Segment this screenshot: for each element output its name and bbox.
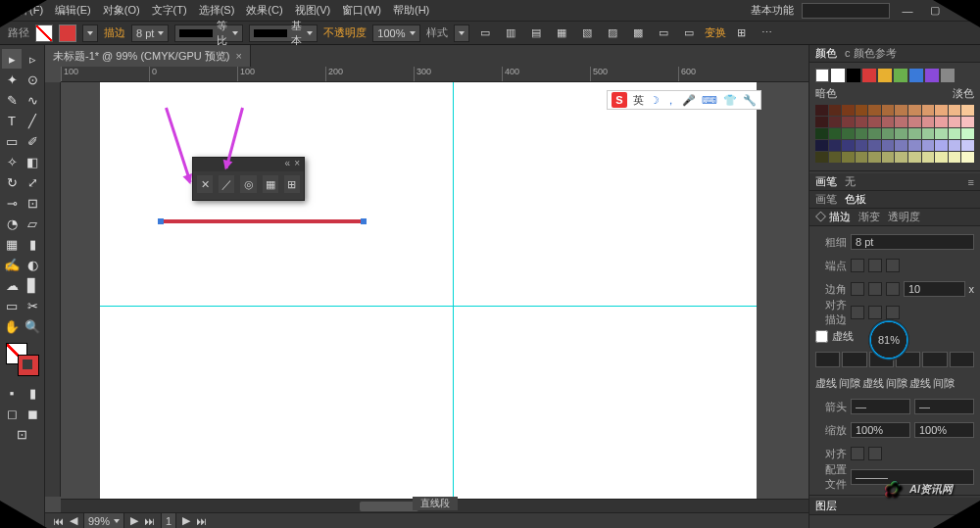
artboard-tool[interactable]: ▭ — [2, 296, 22, 315]
color-cell[interactable] — [815, 117, 828, 127]
menu-select[interactable]: 选择(S) — [199, 3, 235, 18]
rect-tool[interactable]: ▭ — [2, 131, 22, 151]
cap-square[interactable] — [886, 259, 900, 272]
popup-close-icon[interactable]: × — [294, 158, 300, 171]
draw-behind[interactable]: ◼ — [23, 404, 42, 423]
color-cell[interactable] — [842, 117, 855, 127]
color-cell[interactable] — [815, 128, 828, 139]
color-cell[interactable] — [829, 128, 842, 139]
gradient-tab[interactable]: 渐变 — [858, 210, 880, 224]
color-cell[interactable] — [882, 117, 895, 127]
color-cell[interactable] — [895, 105, 907, 116]
shape-builder-tool[interactable]: ◔ — [2, 214, 22, 233]
blend-tool[interactable]: ◐ — [23, 255, 42, 274]
eraser-tool[interactable]: ◧ — [23, 152, 42, 171]
color-cell[interactable] — [856, 140, 868, 151]
swatch[interactable] — [941, 69, 955, 82]
line-tool[interactable]: ╱ — [23, 111, 42, 130]
zoom-dial[interactable]: 81% — [868, 319, 909, 360]
color-cell[interactable] — [908, 140, 921, 151]
minimize-icon[interactable]: — — [898, 1, 917, 21]
stroke-weight-input[interactable]: 8 pt — [131, 24, 169, 42]
stroke-swatch[interactable] — [59, 24, 76, 42]
align-icon5[interactable]: ▧ — [577, 24, 597, 43]
color-cell[interactable] — [908, 128, 921, 139]
color-cell[interactable] — [908, 117, 921, 127]
color-cell[interactable] — [868, 117, 881, 127]
transform-label[interactable]: 变换 — [705, 25, 726, 40]
color-cell[interactable] — [961, 128, 974, 139]
sogou-icon[interactable]: S — [612, 92, 627, 108]
popup-collapse-icon[interactable]: « — [285, 158, 291, 171]
swatch[interactable] — [909, 69, 923, 82]
color-cell[interactable] — [868, 105, 881, 116]
color-cell[interactable] — [935, 128, 948, 139]
color-cell[interactable] — [856, 117, 868, 127]
gradient-tool[interactable]: ▮ — [23, 234, 42, 254]
popup-tool5[interactable]: ⊞ — [284, 175, 300, 193]
nav-last-icon[interactable]: ⏭ — [144, 515, 155, 527]
color-cell[interactable] — [922, 105, 935, 116]
align-arrow-1[interactable] — [851, 447, 864, 460]
align-outside[interactable] — [886, 306, 900, 319]
mesh-tool[interactable]: ▦ — [2, 234, 22, 254]
align-center[interactable] — [851, 306, 864, 319]
color-tab[interactable]: 颜色 — [815, 46, 837, 61]
isolate-icon[interactable]: ⊞ — [732, 24, 752, 43]
color-cell[interactable] — [935, 105, 948, 116]
color-cell[interactable] — [815, 152, 828, 163]
document-tab[interactable]: 未标题-1* @ 99% (CMYK/GPU 预览) × — [45, 45, 251, 67]
align-icon[interactable]: ▭ — [475, 24, 495, 43]
perspective-tool[interactable]: ▱ — [23, 214, 42, 233]
menu-edit[interactable]: 编辑(E) — [55, 3, 91, 18]
brush-dropdown[interactable]: 基本 — [249, 24, 318, 42]
popup-tool4[interactable]: ▦ — [263, 175, 278, 193]
profile-dropdown[interactable]: 等比 — [174, 24, 243, 42]
dash-1[interactable] — [815, 352, 840, 367]
popup-tool2[interactable]: ／ — [219, 175, 234, 193]
swatch[interactable] — [878, 69, 892, 82]
color-cell[interactable] — [949, 128, 961, 139]
color-cell[interactable] — [882, 105, 895, 116]
cap-round[interactable] — [868, 259, 882, 272]
draw-normal[interactable]: ◻ — [2, 404, 22, 423]
color-cell[interactable] — [868, 128, 881, 139]
width-tool[interactable]: ⊸ — [2, 193, 22, 213]
nav-next2-icon[interactable]: ▶ — [182, 514, 190, 527]
arrow-end[interactable]: — — [914, 399, 974, 414]
search-input[interactable] — [802, 3, 890, 19]
align-icon7[interactable]: ▩ — [628, 24, 648, 43]
stroke-tab[interactable]: ◇ 描边 — [815, 210, 851, 224]
artboard-nav[interactable]: 1 — [161, 512, 176, 529]
guide-horizontal[interactable] — [100, 306, 757, 307]
color-cell[interactable] — [856, 105, 868, 116]
lasso-tool[interactable]: ⊙ — [23, 70, 42, 89]
align-arrow-2[interactable] — [868, 447, 882, 460]
color-cell[interactable] — [868, 140, 881, 151]
swatch[interactable] — [894, 69, 907, 82]
menu-view[interactable]: 视图(V) — [295, 3, 331, 18]
brushes-popup[interactable]: «× ✕ ／ ◎ ▦ ⊞ — [192, 157, 305, 201]
swatch[interactable] — [847, 69, 860, 82]
gradient-mode[interactable]: ▮ — [23, 383, 42, 403]
swatch[interactable] — [862, 69, 876, 82]
color-cell[interactable] — [842, 128, 855, 139]
color-cell[interactable] — [829, 152, 842, 163]
slice-tool[interactable]: ✂ — [23, 296, 42, 315]
color-cell[interactable] — [829, 140, 842, 151]
color-cell[interactable] — [908, 152, 921, 163]
color-cell[interactable] — [922, 117, 935, 127]
cap-butt[interactable] — [851, 259, 864, 272]
color-cell[interactable] — [935, 152, 948, 163]
fill-stroke-indicator[interactable] — [6, 343, 39, 376]
ime-toolbar[interactable]: S 英 ☽ ， 🎤 ⌨ 👕 🔧 — [607, 90, 761, 110]
lib-tab[interactable]: 画笔 — [815, 192, 837, 207]
direct-select-tool[interactable]: ▹ — [23, 49, 42, 69]
align-icon2[interactable]: ▥ — [501, 24, 520, 43]
color-cell[interactable] — [842, 105, 855, 116]
swatch[interactable] — [925, 69, 939, 82]
color-cell[interactable] — [895, 152, 907, 163]
scale-tool[interactable]: ⤢ — [23, 172, 42, 192]
dash-checkbox[interactable] — [815, 330, 828, 343]
free-transform-tool[interactable]: ⊡ — [23, 193, 42, 213]
